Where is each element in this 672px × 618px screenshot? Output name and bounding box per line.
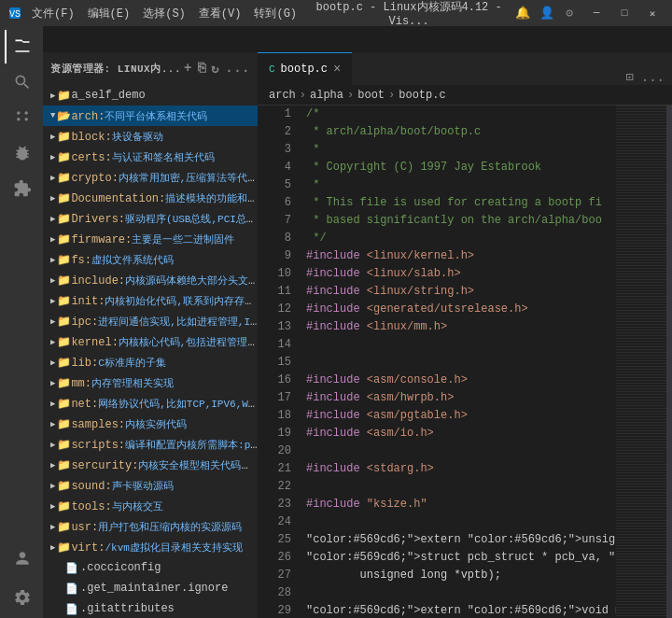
breadcrumb-arch[interactable]: arch [269, 89, 296, 102]
menu-edit[interactable]: 编辑(E) [82, 4, 136, 23]
tree-item-sound[interactable]: ▶ 📁sound:声卡驱动源码 [43, 475, 258, 496]
chevron-right-icon: ▶ [50, 132, 55, 142]
new-folder-icon[interactable]: ⎘ [198, 61, 206, 77]
breadcrumb-alpha[interactable]: alpha [310, 89, 343, 102]
activity-settings[interactable] [5, 581, 38, 614]
menu-select[interactable]: 选择(S) [137, 4, 191, 23]
code-line-1[interactable]: /* [306, 105, 616, 123]
tree-item-certs[interactable]: ▶ 📁certs:与认证和签名相关代码 [43, 147, 258, 167]
code-line-10[interactable]: #include <linux/slab.h> [306, 265, 616, 283]
line-number-8: 8 [258, 230, 291, 247]
tree-item-mm[interactable]: ▶ 📁mm:内存管理相关实现 [43, 372, 258, 393]
code-line-5[interactable]: * [306, 176, 616, 194]
code-line-12[interactable]: #include <generated/utsrelease.h> [306, 301, 616, 318]
code-line-20[interactable] [306, 442, 616, 460]
line-number-21: 21 [258, 460, 291, 478]
activity-extensions[interactable] [5, 172, 38, 205]
code-line-6[interactable]: * This file is used for creating a bootp… [306, 194, 616, 212]
chevron-right-icon: ▶ [50, 501, 55, 512]
code-line-7[interactable]: * based significantly on the arch/alpha/… [306, 212, 616, 230]
tab-close-button[interactable]: × [333, 62, 341, 77]
code-line-13[interactable]: #include <linux/mm.h> [306, 318, 616, 336]
code-line-8[interactable]: */ [306, 230, 616, 247]
folder-icon: 📁 [57, 253, 71, 267]
tree-item-block[interactable]: ▶ 📁block:块设备驱动 [43, 126, 258, 147]
notifications-icon[interactable]: 🔔 [515, 6, 530, 21]
breadcrumb-sep-3: › [388, 89, 395, 102]
tree-item-a_self_demo[interactable]: ▶ 📁a_self_demo [43, 85, 258, 105]
tree-item-ipc[interactable]: ▶ 📁ipc:进程间通信实现,比如进程管理,IRQ的调等 [43, 311, 258, 331]
tree-item-drivers[interactable]: ▶ 📁Drivers:驱动程序(USB总线,PCI总线显卡驱动等 [43, 208, 258, 229]
code-line-4[interactable]: * Copyright (C) 1997 Jay Estabrook [306, 159, 616, 176]
split-editor-icon[interactable]: ⊡ [625, 69, 633, 85]
tree-item-arch[interactable]: ▼ 📂arch:不同平台体系相关代码 [43, 105, 258, 126]
refresh-icon[interactable]: ↻ [211, 61, 219, 77]
tree-item-init[interactable]: ▶ 📁init:内核初始化代码,联系到内存存组件入口 [43, 290, 258, 311]
menu-file[interactable]: 文件(F) [26, 4, 80, 23]
code-line-27[interactable]: unsigned long *vptb); [306, 567, 616, 584]
code-line-16[interactable]: #include <asm/console.h> [306, 372, 616, 389]
code-line-21[interactable]: #include <stdarg.h> [306, 460, 616, 478]
code-line-18[interactable]: #include <asm/pgtable.h> [306, 407, 616, 425]
maximize-button[interactable]: □ [612, 5, 637, 21]
code-line-26[interactable]: "color:#569cd6;">struct pcb_struct * pcb… [306, 549, 616, 567]
code-line-17[interactable]: #include <asm/hwrpb.h> [306, 389, 616, 407]
code-editor[interactable]: 1234567891011121314151617181920212223242… [258, 105, 672, 618]
tree-item-include[interactable]: ▶ 📁include:内核源码体赖绝大部分头文件 [43, 270, 258, 290]
more-actions-icon[interactable]: ... [641, 70, 665, 85]
tree-item-net[interactable]: ▶ 📁net:网络协议代码,比如TCP,IPV6,WIFI以太网络等 [43, 393, 258, 414]
tree-item-virt[interactable]: ▶ 📁virt:/kvm虚拟化目录相关支持实现 [43, 537, 258, 557]
minimap-scrollbar[interactable] [666, 105, 672, 618]
tree-item-scripts[interactable]: ▶ 📁scripts:编译和配置内核所需脚本:perl脚本等 [43, 434, 258, 455]
code-line-23[interactable]: #include "ksize.h" [306, 496, 616, 513]
line-number-22: 22 [258, 478, 291, 496]
code-line-29[interactable]: "color:#569cd6;">extern "color:#569cd6;"… [306, 602, 616, 618]
code-line-25[interactable]: "color:#569cd6;">extern "color:#569cd6;"… [306, 531, 616, 549]
code-line-22[interactable] [306, 478, 616, 496]
line-number-13: 13 [258, 318, 291, 336]
tab-bootp[interactable]: C bootp.c × [258, 52, 352, 85]
tree-item-cocciconfig[interactable]: 📄.cocciconfig [43, 557, 258, 578]
code-line-15[interactable] [306, 354, 616, 372]
code-line-2[interactable]: * arch/alpha/boot/bootp.c [306, 123, 616, 141]
code-line-24[interactable] [306, 513, 616, 531]
tree-item-usr[interactable]: ▶ 📁usr:用户打包和压缩内核的实源源码 [43, 516, 258, 537]
code-line-19[interactable]: #include <asm/io.h> [306, 425, 616, 442]
accounts-icon[interactable]: 👤 [539, 6, 554, 21]
activity-files[interactable] [5, 30, 38, 63]
code-line-11[interactable]: #include <linux/string.h> [306, 283, 616, 301]
collapse-all-icon[interactable]: ... [225, 61, 250, 77]
tree-item-gitattributes[interactable]: 📄.gitattributes [43, 598, 258, 618]
activity-debug[interactable] [5, 136, 38, 170]
code-line-3[interactable]: * [306, 141, 616, 159]
menu-goto[interactable]: 转到(G) [248, 4, 302, 23]
new-file-icon[interactable]: + [184, 61, 192, 77]
breadcrumb: arch › alpha › boot › bootp.c [258, 85, 672, 105]
tree-item-tools[interactable]: ▶ 📁tools:与内核交互 [43, 496, 258, 516]
tree-item-get_maintainer[interactable]: 📄.get_maintainer.ignore [43, 578, 258, 598]
tree-item-fs[interactable]: ▶ 📁fs:虚拟文件系统代码 [43, 249, 258, 270]
code-line-9[interactable]: #include <linux/kernel.h> [306, 247, 616, 265]
activity-source-control[interactable] [5, 101, 38, 134]
code-line-14[interactable] [306, 336, 616, 354]
tree-item-firmware[interactable]: ▶ 📁firmware:主要是一些二进制固件 [43, 229, 258, 249]
code-line-28[interactable] [306, 584, 616, 602]
tree-item-Documentation[interactable]: ▶ 📁Documentation:描述模块的功能和以源码介绍 [43, 188, 258, 208]
tree-item-label: fs: [71, 254, 91, 267]
tree-item-kernel[interactable]: ▶ 📁kernel:内核核心代码,包括进程管理,IRQ,时间管 [43, 331, 258, 352]
activity-accounts[interactable] [5, 541, 38, 575]
minimap-content [616, 105, 672, 618]
minimize-button[interactable]: ─ [584, 5, 609, 21]
tree-item-security[interactable]: ▶ 📁sercurity:内核安全模型相关代码如selinux [43, 455, 258, 475]
tree-item-lib[interactable]: ▶ 📁lib:C标准库的子集 [43, 352, 258, 372]
tree-item-desc: 内存管理相关实现 [91, 378, 174, 389]
activity-search[interactable] [5, 65, 38, 99]
minimap[interactable] [616, 105, 672, 618]
tree-item-samples[interactable]: ▶ 📁samples:内核实例代码 [43, 414, 258, 434]
settings-icon[interactable]: ⚙ [566, 6, 573, 21]
menu-view[interactable]: 查看(V) [193, 4, 247, 23]
breadcrumb-boot[interactable]: boot [357, 89, 385, 102]
code-content[interactable]: /* * arch/alpha/boot/bootp.c * * Copyrig… [299, 105, 616, 618]
close-button[interactable]: ✕ [640, 5, 665, 21]
tree-item-crypto[interactable]: ▶ 📁crypto:内核常用加密,压缩算法等代码 [43, 167, 258, 188]
